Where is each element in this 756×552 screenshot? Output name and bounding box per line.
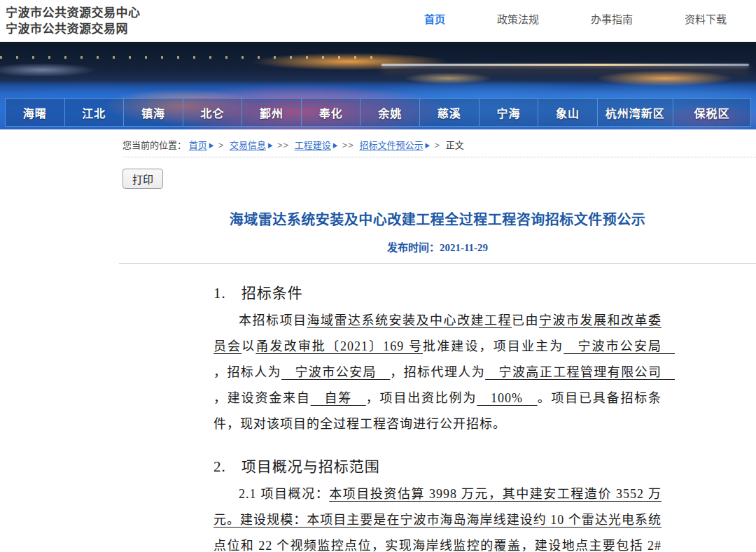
- breadcrumb-link-trade-info[interactable]: 交易信息: [230, 140, 266, 150]
- publish-date: 发布时间：2021-11-29: [214, 239, 662, 254]
- site-header: 宁波市公共资源交易中心 宁波市公共资源交易网 首页 政策法规 办事指南 资料下载: [0, 0, 756, 42]
- text-segment-underlined: 自筹: [311, 391, 366, 405]
- breadcrumb-separator: >: [435, 140, 441, 150]
- breadcrumb-separator: >>: [277, 140, 289, 150]
- main-content: 您当前的位置： 首页▶> 交易信息▶>> 工程建设▶>> 招标文件预公示▶> 正…: [0, 129, 756, 552]
- breadcrumb: 您当前的位置： 首页▶> 交易信息▶>> 工程建设▶>> 招标文件预公示▶> 正…: [122, 129, 756, 151]
- text-segment-underlined: 宁波市公安局: [564, 339, 675, 353]
- district-tab-hangzhouwan[interactable]: 杭州湾新区: [597, 99, 673, 126]
- breadcrumb-separator: >: [218, 140, 225, 150]
- district-tab-yuyao[interactable]: 余姚: [360, 99, 419, 126]
- text-segment: 以: [241, 339, 255, 353]
- title-divider: [119, 263, 756, 264]
- section-2-heading: 2. 项目概况与招标范围: [214, 455, 662, 476]
- text-segment: 本招标项目: [239, 313, 307, 327]
- text-segment-underlined: 宁波高正工程管理有限公司: [485, 365, 675, 379]
- text-segment: ，建设资金来自: [214, 391, 311, 405]
- district-tab-baoshui[interactable]: 保税区: [673, 99, 750, 126]
- district-nav: 海曙 江北 镇海 北仑 鄞州 奉化 余姚 慈溪 宁海 象山 杭州湾新区 保税区: [5, 98, 751, 127]
- text-segment-underlined: 100%: [477, 391, 537, 405]
- text-segment: 2.1 项目概况：: [239, 487, 329, 501]
- district-tab-jiangbei[interactable]: 江北: [64, 99, 124, 126]
- breadcrumb-arrow-icon: ▶: [209, 143, 214, 149]
- text-segment: 已由: [512, 313, 539, 327]
- top-nav-guide[interactable]: 办事指南: [591, 11, 633, 41]
- article: 海域雷达系统安装及中心改建工程全过程工程咨询招标文件预公示 发布时间：2021-…: [214, 208, 662, 552]
- district-tab-haishu[interactable]: 海曙: [6, 99, 64, 126]
- district-tab-zhenhai[interactable]: 镇海: [123, 99, 183, 126]
- breadcrumb-link-home[interactable]: 首页: [189, 140, 207, 150]
- section-2-paragraph: 2.1 项目概况：本项目投资估算 3998 万元，其中建安工程造价 3552 万…: [214, 481, 662, 552]
- page: 宁波市公共资源交易中心 宁波市公共资源交易网 首页 政策法规 办事指南 资料下载…: [0, 0, 756, 552]
- breadcrumb-link-construction[interactable]: 工程建设: [295, 140, 331, 150]
- print-button[interactable]: 打印: [122, 169, 163, 189]
- breadcrumb-current: 正文: [446, 140, 464, 150]
- text-segment: 批准建设，项目业主为: [423, 339, 564, 353]
- breadcrumb-arrow-icon: ▶: [425, 143, 430, 149]
- page-title: 海域雷达系统安装及中心改建工程全过程工程咨询招标文件预公示: [214, 208, 662, 229]
- top-nav-downloads[interactable]: 资料下载: [685, 11, 727, 41]
- text-segment-underlined: 宁波市公安局: [281, 365, 390, 379]
- document-body: 1. 招标条件 本招标项目海域雷达系统安装及中心改建工程已由宁波市发展和改革委员…: [214, 281, 662, 552]
- text-segment-underlined: 海域雷达系统安装及中心改建工程: [307, 313, 512, 327]
- breadcrumb-separator: >>: [342, 140, 354, 150]
- breadcrumb-link-prenotice[interactable]: 招标文件预公示: [360, 140, 424, 150]
- breadcrumb-arrow-icon: ▶: [332, 143, 338, 149]
- text-segment: ，招标人为: [214, 365, 281, 379]
- district-tab-yinzhou[interactable]: 鄞州: [241, 99, 301, 126]
- district-tab-fenghua[interactable]: 奉化: [301, 99, 360, 126]
- district-tab-xiangshan[interactable]: 象山: [538, 99, 597, 126]
- section-1-paragraph: 本招标项目海域雷达系统安装及中心改建工程已由宁波市发展和改革委员会以甬发改审批〔…: [214, 308, 662, 437]
- site-title: 宁波市公共资源交易中心 宁波市公共资源交易网: [6, 5, 141, 41]
- district-tab-cixi[interactable]: 慈溪: [419, 99, 479, 126]
- district-tab-beilun[interactable]: 北仑: [183, 99, 242, 126]
- section-1-heading: 1. 招标条件: [214, 281, 662, 302]
- text-segment: ，招标代理人为: [390, 365, 485, 379]
- top-nav-home[interactable]: 首页: [424, 11, 445, 41]
- top-nav: 首页 政策法规 办事指南 资料下载: [424, 5, 727, 41]
- breadcrumb-divider: [122, 157, 756, 157]
- site-title-line2: 宁波市公共资源交易网: [6, 21, 141, 37]
- site-title-line1: 宁波市公共资源交易中心: [6, 5, 141, 21]
- district-tab-ninghai[interactable]: 宁海: [479, 99, 538, 126]
- text-segment-underlined: 甬发改审批〔2021〕169 号: [255, 339, 423, 353]
- top-nav-policies[interactable]: 政策法规: [497, 11, 539, 41]
- text-segment: ，项目出资比例为: [366, 391, 477, 405]
- breadcrumb-arrow-icon: ▶: [267, 143, 273, 149]
- breadcrumb-label: 您当前的位置：: [122, 140, 186, 150]
- banner-image: 海曙 江北 镇海 北仑 鄞州 奉化 余姚 慈溪 宁海 象山 杭州湾新区 保税区: [0, 42, 756, 129]
